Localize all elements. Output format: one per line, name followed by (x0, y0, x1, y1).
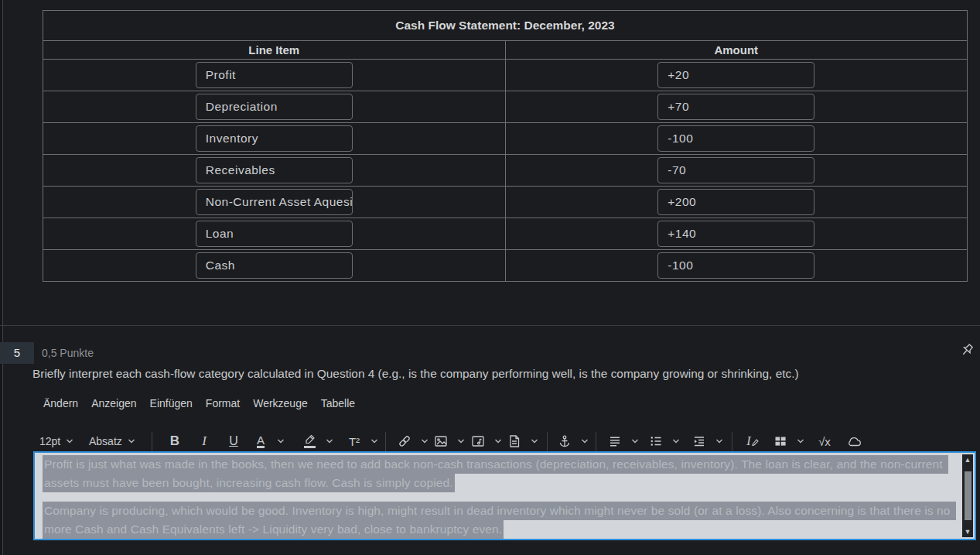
bullet-list-chevron[interactable] (669, 430, 683, 452)
selected-text-line: Company is producing, which would be goo… (43, 502, 956, 520)
amount-input[interactable]: -100 (657, 125, 814, 152)
toolbar-separator (385, 432, 386, 454)
menu-item-view[interactable]: Anzeigen (91, 397, 136, 409)
menu-item-tools[interactable]: Werkzeuge (253, 397, 308, 409)
document-chevron[interactable] (528, 430, 541, 452)
document-icon[interactable] (501, 430, 528, 452)
menu-item-format[interactable]: Format (206, 397, 240, 409)
amount-input[interactable]: +140 (657, 221, 814, 247)
scroll-up-arrow[interactable]: ▲ (962, 454, 973, 465)
line-item-input[interactable]: Cash (196, 252, 353, 279)
bold-button[interactable]: B (162, 430, 188, 452)
col-header-amount: Amount (505, 41, 968, 60)
font-size-dropdown[interactable]: 12pt (39, 430, 73, 452)
amount-input[interactable]: +20 (657, 62, 814, 88)
media-icon[interactable] (465, 430, 491, 452)
indent-chevron[interactable] (712, 430, 726, 452)
underline-button[interactable]: U (220, 430, 247, 452)
editor-text: Profit is just what was made in the book… (35, 453, 963, 539)
editor-content-area[interactable]: Profit is just what was made in the book… (33, 451, 976, 540)
italic-button[interactable]: I (191, 430, 217, 452)
superscript-button[interactable]: T² (341, 430, 367, 452)
line-item-input[interactable]: Loan (196, 221, 353, 247)
table-row: Cash -100 (43, 250, 968, 282)
table-row: Depreciation +70 (43, 91, 968, 123)
chevron-down-icon (128, 439, 135, 444)
toolbar-separator (596, 432, 596, 454)
scroll-down-arrow[interactable]: ▼ (962, 526, 973, 537)
table-title: Cash Flow Statement: December, 2023 (43, 11, 968, 41)
editor-menubar: Ändern Anzeigen Einfügen Format Werkzeug… (33, 396, 976, 411)
menu-item-insert[interactable]: Einfügen (150, 397, 193, 409)
toolbar-separator (152, 432, 152, 454)
table-row: Inventory -100 (43, 123, 968, 155)
question-text: Briefly interpret each cash-flow categor… (32, 367, 883, 381)
formula-button[interactable]: √x (811, 430, 838, 452)
chevron-down-icon (66, 439, 73, 444)
scrollbar-thumb[interactable] (965, 471, 971, 520)
align-icon[interactable] (602, 430, 628, 452)
superscript-chevron[interactable] (367, 430, 381, 452)
anchor-icon[interactable] (551, 430, 578, 452)
amount-input[interactable]: +200 (657, 189, 814, 215)
left-edge-strip (0, 0, 3, 555)
selected-text-line: Profit is just what was made in the book… (43, 455, 948, 474)
table-row: Receivables -70 (43, 155, 968, 187)
selected-text-line: more Cash and Cash Equivalents left -> L… (43, 520, 504, 539)
align-chevron[interactable] (628, 430, 642, 452)
toolbar-separator (732, 432, 732, 454)
col-header-line-item: Line Item (43, 41, 506, 60)
edit-code-icon[interactable]: I (739, 430, 766, 452)
amount-input[interactable]: -100 (657, 252, 814, 279)
line-item-input[interactable]: Profit (196, 62, 353, 88)
table-chevron[interactable] (794, 430, 808, 452)
selected-text-line: assets must have been bought, increasing… (43, 474, 455, 492)
paragraph-format-dropdown[interactable]: Absatz (89, 430, 135, 452)
menu-item-table[interactable]: Tabelle (321, 397, 355, 409)
question-number-badge: 5 (0, 342, 34, 364)
bullet-list-icon[interactable] (643, 430, 669, 452)
text-color-button[interactable]: A (248, 430, 274, 452)
table-row: Non-Current Asset Aquesition +200 (43, 187, 968, 218)
editor-toolbar: 12pt Absatz B I U A T² (33, 430, 976, 452)
menu-item-edit[interactable]: Ändern (43, 397, 78, 409)
editor-scrollbar[interactable]: ▲ ▼ (962, 454, 973, 537)
rich-text-editor: Ändern Anzeigen Einfügen Format Werkzeug… (33, 396, 976, 540)
anchor-chevron[interactable] (578, 430, 592, 452)
highlight-color-button[interactable] (296, 430, 323, 452)
link-icon[interactable] (391, 430, 418, 452)
toolbar-separator (547, 432, 548, 454)
text-color-chevron[interactable] (274, 430, 288, 452)
cloud-icon[interactable] (841, 430, 867, 452)
amount-input[interactable]: -70 (657, 157, 814, 183)
table-row: Loan +140 (43, 218, 968, 250)
line-item-input[interactable]: Receivables (196, 157, 353, 183)
section-divider (0, 325, 980, 326)
table-row: Profit +20 (43, 60, 968, 91)
highlight-color-chevron[interactable] (323, 430, 336, 452)
indent-icon[interactable] (686, 430, 712, 452)
line-item-input[interactable]: Inventory (196, 125, 353, 152)
table-icon[interactable] (767, 430, 794, 452)
cash-flow-table: Cash Flow Statement: December, 2023 Line… (43, 10, 968, 282)
image-icon[interactable] (428, 430, 454, 452)
question-points: 0,5 Punkte (42, 342, 94, 364)
pin-icon[interactable] (959, 343, 975, 359)
amount-input[interactable]: +70 (657, 94, 814, 120)
line-item-input[interactable]: Non-Current Asset Aquesition (196, 189, 353, 215)
line-item-input[interactable]: Depreciation (196, 94, 353, 120)
